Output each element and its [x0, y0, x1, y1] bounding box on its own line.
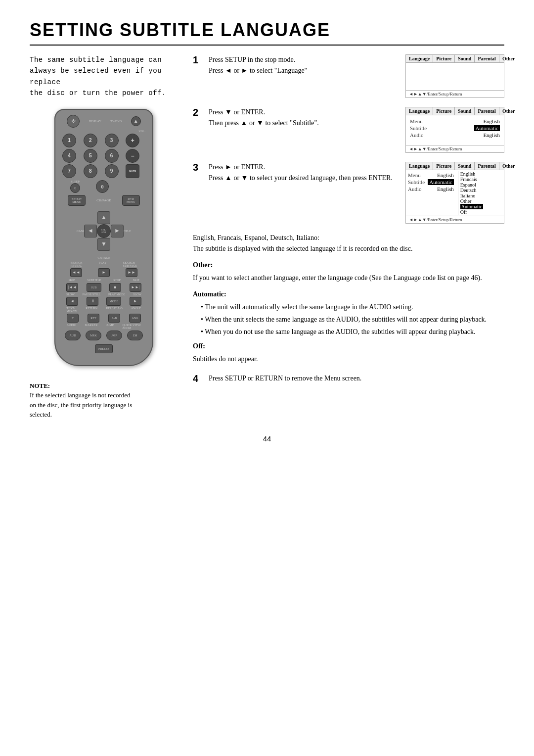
btn-0[interactable]: 0 — [96, 180, 109, 193]
zoom-button[interactable]: ZM — [127, 331, 143, 340]
step-3-content: Press ► or ENTER. Press ▲ or ▼ to select… — [209, 162, 504, 224]
display-label: DISPLAY — [89, 120, 101, 123]
menu-body-1 — [406, 63, 504, 90]
setup-menu-button[interactable]: SETUP/MENU — [68, 195, 86, 206]
ch-page-up-label: CH/PAGE — [96, 198, 111, 202]
step-4-num: 4 — [193, 373, 203, 384]
dvd-menu-group: DVDMENU — [122, 195, 140, 206]
note-text: If the selected language is not recorded… — [30, 390, 178, 420]
btn-mute[interactable]: MUTE — [126, 164, 139, 178]
power-button[interactable]: ⏻ — [67, 115, 80, 128]
dpad-down[interactable]: ▼ — [97, 238, 110, 251]
dpad-right[interactable]: ► — [111, 225, 124, 237]
btn-5[interactable]: 5 — [84, 149, 97, 163]
page-number: 44 — [30, 434, 504, 443]
slow-fwd-button[interactable]: ► — [130, 297, 141, 306]
other-label: Other: — [193, 260, 504, 271]
dpad-left[interactable]: ◄ — [84, 225, 97, 237]
dvd-menu-button[interactable]: DVDMENU — [122, 195, 140, 206]
menu-body-2: Menu English Subtitle Automatic Audio En… — [406, 115, 504, 145]
subtitle-button[interactable]: SUB — [87, 283, 101, 292]
play-mode-button[interactable]: MODE — [106, 297, 121, 306]
freeze-button[interactable]: FREEZE — [95, 344, 113, 353]
text-button[interactable]: T — [67, 314, 79, 323]
return-button[interactable]: RET — [88, 314, 99, 323]
slow-rev-button[interactable]: ◄ — [66, 297, 78, 306]
search-sub-label: SEARCHSUB PAGE — [123, 261, 137, 267]
dpad-up[interactable]: ▲ — [97, 211, 110, 224]
menu3-row-menu: Menu English — [408, 172, 454, 178]
page-title: SETTING SUBTITLE LANGUAGE — [30, 20, 504, 46]
menu3-row-subtitle: Subtitle Automatic — [408, 179, 454, 185]
ch-page-down-label: CH/PAGE — [62, 256, 145, 259]
menu-box-2: Language Picture Sound Parental Other Me… — [405, 107, 504, 153]
auto-bullet-3: When you do not use the same language as… — [193, 327, 504, 337]
menu-row-audio: Audio English — [410, 132, 500, 138]
other-desc: If you want to select another language, … — [193, 273, 504, 284]
play-button[interactable]: ► — [98, 268, 110, 277]
btn-6[interactable]: 6 — [105, 149, 119, 163]
menu-footer-2: ◄►▲▼/Enter/Setup/Return — [406, 145, 504, 152]
marker-button[interactable]: MRK — [86, 331, 101, 340]
sleep-button[interactable]: ○ — [70, 183, 80, 193]
btn-9[interactable]: 9 — [105, 164, 119, 178]
skip-back-button[interactable]: |◄◄ — [66, 283, 78, 292]
step-2-content: Press ▼ or ENTER. Then press ▲ or ▼ to s… — [209, 107, 504, 153]
menu-row-subtitle: Subtitle Automatic — [410, 125, 500, 131]
step-1-text: Press SETUP in the stop mode. Press ◄ or… — [209, 54, 398, 76]
vol-label: VOL. — [138, 130, 145, 133]
note-label: NOTE: — [30, 381, 178, 391]
menu-right-options: English Francais Espanol Deutsch Italian… — [458, 171, 483, 215]
menu-box-1: Language Picture Sound Parental Other ◄►… — [405, 54, 504, 98]
menu-header-2: Language Picture Sound Parental Other — [406, 107, 504, 115]
step-4-text: Press SETUP or RETURN to remove the Menu… — [209, 373, 504, 384]
tv-dvd-label: TV/DVD — [110, 120, 122, 123]
step-3-num: 3 — [193, 162, 203, 173]
step-2-text: Press ▼ or ENTER. Then press ▲ or ▼ to s… — [209, 107, 398, 128]
menu-row-menu: Menu English — [410, 118, 500, 124]
audio-button[interactable]: AUD — [65, 331, 81, 340]
select-enter-button[interactable]: SEL/ENT — [97, 224, 111, 238]
sleep-btn-group: SLEEP ○ — [70, 180, 80, 193]
left-column: The same subtitle language can always be… — [30, 54, 178, 420]
stop-button[interactable]: ■ — [109, 283, 121, 292]
menu-box-3: Language Picture Sound Parental Other Me… — [405, 162, 504, 224]
step-1: 1 Press SETUP in the stop mode. Press ◄ … — [193, 54, 504, 98]
menu-body-3: Menu English Subtitle Automatic Audio — [406, 170, 504, 216]
automatic-label: Automatic: — [193, 289, 504, 300]
btn-8[interactable]: 8 — [84, 164, 97, 178]
rewind-button[interactable]: ◄◄ — [70, 268, 82, 277]
title-label: TITLE — [123, 230, 131, 233]
jump-button[interactable]: JMP — [106, 331, 122, 340]
off-desc: Subtitles do not appear. — [193, 354, 504, 365]
auto-bullet-2: When the unit selects the same language … — [193, 314, 504, 325]
step-2-num: 2 — [193, 107, 203, 118]
repeat-ab-button[interactable]: A-B — [108, 314, 120, 323]
step-3: 3 Press ► or ENTER. Press ▲ or ▼ to sele… — [193, 162, 504, 224]
step-1-content: Press SETUP in the stop mode. Press ◄ or… — [209, 54, 504, 98]
eject-button[interactable]: ▲ — [131, 116, 141, 126]
btn-7[interactable]: 7 — [62, 164, 76, 178]
search-rev-label: SEARCHREVEAL — [71, 261, 83, 267]
menu-footer-3: ◄►▲▼/Enter/Setup/Return — [406, 216, 504, 223]
step-2: 2 Press ▼ or ENTER. Then press ▲ or ▼ to… — [193, 107, 504, 153]
pause-button[interactable]: ⏸ — [87, 297, 98, 306]
fast-forward-button[interactable]: ►► — [126, 268, 137, 277]
step-4: 4 Press SETUP or RETURN to remove the Me… — [193, 373, 504, 384]
btn-vol-plus[interactable]: + — [126, 134, 139, 147]
angle-button[interactable]: ANG — [129, 314, 141, 323]
menu-left-col: Menu English Subtitle Automatic Audio — [408, 171, 454, 215]
remote-control: ⏻ DISPLAY TV/DVD ▲ VOL. 1 2 3 + 4 5 6 – … — [54, 109, 153, 366]
btn-vol-minus[interactable]: – — [126, 149, 139, 163]
btn-3[interactable]: 3 — [105, 134, 119, 147]
off-label: Off: — [193, 341, 504, 352]
menu-footer-1: ◄►▲▼/Enter/Setup/Return — [406, 90, 504, 97]
btn-4[interactable]: 4 — [62, 149, 76, 163]
btn-1[interactable]: 1 — [62, 134, 76, 147]
step-4-content: Press SETUP or RETURN to remove the Menu… — [209, 373, 504, 384]
skip-fwd-button[interactable]: ►►| — [130, 283, 141, 292]
setup-menu-group: SETUP/MENU — [68, 195, 86, 206]
btn-2[interactable]: 2 — [84, 134, 97, 147]
menu3-row-audio: Audio English — [408, 186, 454, 192]
note-section: NOTE: If the selected language is not re… — [30, 381, 178, 420]
